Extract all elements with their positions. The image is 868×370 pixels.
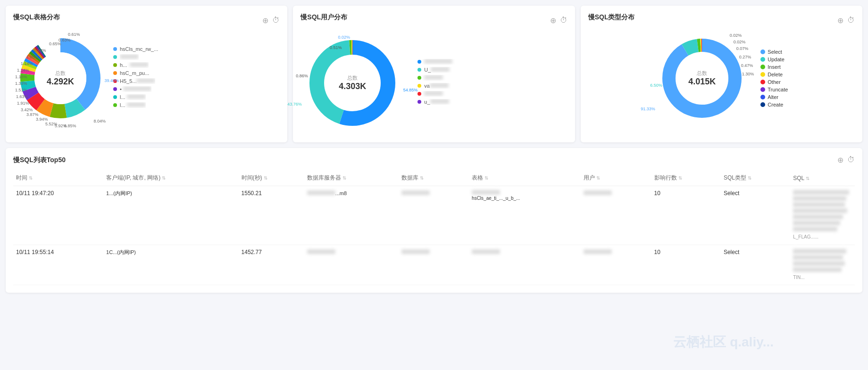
col-table[interactable]: 表格⇅ [469,170,581,186]
u-dot-5 [417,92,421,96]
chart3-total-text: 总数 [688,70,716,77]
t-pct-002b: 0.02% [734,40,746,44]
legend-item-4: hsC_m_pu... [113,70,280,76]
col-time[interactable]: 时间⇅ [13,170,103,186]
legend-dot-3 [113,63,117,67]
t-legend-other: Other [760,79,788,85]
pct-029: 1.63% [16,94,28,99]
cell-sql-2: TIN... [790,245,855,285]
col-dbserver[interactable]: 数据库服务器⇅ [304,170,399,186]
pct-027: 3.42% [21,107,33,112]
chart1-legend: hsCls_mc_rw_... h... hsC_m_pu... [113,46,280,110]
cell-time-2: 10/11 19:55:14 [13,245,103,285]
chart3-header: 慢SQL类型分布 ⊕ ⏱ [588,13,855,27]
chart3-body: 总数 4.015K 0.02% 0.02% 0.07% 0.27% 0.47% … [588,31,855,125]
u-pct-051: 0.51% [330,45,342,50]
chart1-zoom-icon[interactable]: ⊕ [262,16,268,25]
chart2-header: 慢SQL用户分布 ⊕ ⏱ [300,13,567,27]
chart2-clock-icon[interactable]: ⏱ [560,16,568,25]
cell-database-2 [399,245,469,285]
sql-ellipsis-1: L_FLAG...... [793,234,818,239]
col-user[interactable]: 用户⇅ [581,170,651,186]
chart1-body: 总数 4.292K 0.61% 0.63% 0.65% 0.89% 1.05% … [13,31,280,125]
slow-sql-table: 时间⇅ 客户端(IP, 城市, 网络)⇅ 时间(秒)⇅ 数据库服务器⇅ 数据库⇅… [13,170,855,285]
chart3-legend: Select Update Insert Delete [760,49,788,107]
table-row: 10/11 19:47:20 1...(内网IP) 1550.21 ...m8 … [13,186,855,245]
u-label-1 [424,59,452,65]
table-head: 时间⇅ 客户端(IP, 城市, 网络)⇅ 时间(秒)⇅ 数据库服务器⇅ 数据库⇅… [13,170,855,186]
col-sql[interactable]: SQL⇅ [790,170,855,186]
u-pct-002: 0.02% [338,35,351,40]
legend-item-7: l... [113,94,280,100]
t-dot-insert [760,65,765,69]
chart1-donut-container: 总数 4.292K 0.61% 0.63% 0.65% 0.89% 1.05% … [13,31,108,125]
cell-rows-2: 10 [651,245,721,285]
pct-036: 0.89% [34,48,46,53]
cell-sqltype-1: Select [721,186,790,245]
col-duration[interactable]: 时间(秒)⇅ [239,170,304,186]
chart3-icons: ⊕ ⏱ [837,16,855,25]
chart3-clock-icon[interactable]: ⏱ [847,16,855,25]
col-sqltype[interactable]: SQL类型⇅ [721,170,790,186]
pct-039: 0.61% [68,32,80,37]
chart3-zoom-icon[interactable]: ⊕ [837,16,843,25]
u-legend-5 [417,91,567,97]
legend-label-3: h... [120,62,149,68]
sql-ellipsis-2: TIN... [793,275,804,280]
t-dot-update [760,57,765,62]
pct-030: 1.51% [15,88,27,92]
legend-dot-8 [113,103,117,107]
col-client[interactable]: 客户端(IP, 城市, 网络)⇅ [103,170,239,186]
legend-label-6: • [120,86,151,92]
legend-item-5: H5_5... [113,78,280,84]
pct-034: 1.14% [21,61,33,66]
t-legend-update: Update [760,57,788,62]
pct-025: 3.94% [36,117,48,122]
t-dot-truncate [760,87,765,92]
chart1-header: 慢SQL表格分布 ⊕ ⏱ [13,13,280,27]
legend-label-2 [120,54,139,60]
charts-row: 慢SQL表格分布 ⊕ ⏱ [6,6,862,142]
chart2-title: 慢SQL用户分布 [300,13,347,22]
pct-028: 1.91% [17,101,29,106]
cell-client-2: 1C...(内网IP) [103,245,239,285]
u-dot-6 [417,100,421,104]
table-body: 10/11 19:47:20 1...(内网IP) 1550.21 ...m8 … [13,186,855,285]
chart2-icons: ⊕ ⏱ [550,16,568,25]
cell-client-1-text: 1...(内网IP) [106,190,132,196]
chart1-title: 慢SQL表格分布 [13,13,60,22]
t-pct-002a: 0.02% [730,33,742,38]
table-row: 10/11 19:55:14 1C...(内网IP) 1452.77 10 Se… [13,245,855,285]
legend-dot-7 [113,95,117,99]
legend-label-8: l... [120,102,146,108]
cell-duration-2: 1452.77 [239,245,304,285]
cell-sqltype-2: Select [721,245,790,285]
t-dot-create [760,102,765,107]
chart2-total-text: 总数 [339,74,366,82]
cell-table-1: hsCls_ae_ti_..._u_b_... [469,186,581,245]
t-pct-130: 1.30% [742,72,754,76]
legend-dot-6 [113,87,117,91]
t-legend-alter: Alter [760,94,788,100]
legend-label-7: l... [120,94,146,100]
type-dist-card: 慢SQL类型分布 ⊕ ⏱ [581,6,862,142]
t-label-delete: Delete [768,72,783,77]
chart2-body: 总数 4.303K 0.02% 0.51% 0.86% 43.76% 54.85… [300,31,567,135]
t-legend-delete: Delete [760,72,788,77]
col-rows[interactable]: 影响行数⇅ [651,170,721,186]
cell-sql-1: L_FLAG...... [790,186,855,245]
legend-dot-4 [113,71,117,75]
chart2-zoom-icon[interactable]: ⊕ [550,16,556,25]
table-dist-card: 慢SQL表格分布 ⊕ ⏱ [6,6,287,142]
table-clock-icon[interactable]: ⏱ [847,156,855,164]
legend-label-1: hsCls_mc_rw_... [120,46,158,52]
chart1-clock-icon[interactable]: ⏱ [272,16,280,25]
t-label-update: Update [768,57,784,62]
col-database[interactable]: 数据库⇅ [399,170,469,186]
t-label-alter: Alter [768,94,778,100]
legend-label-5: H5_5... [120,78,155,84]
table-zoom-icon[interactable]: ⊕ [837,156,843,164]
cell-time-1: 10/11 19:47:20 [13,186,103,245]
legend-item-3: h... [113,62,280,68]
pct-039-40: 39.40% [104,78,119,83]
